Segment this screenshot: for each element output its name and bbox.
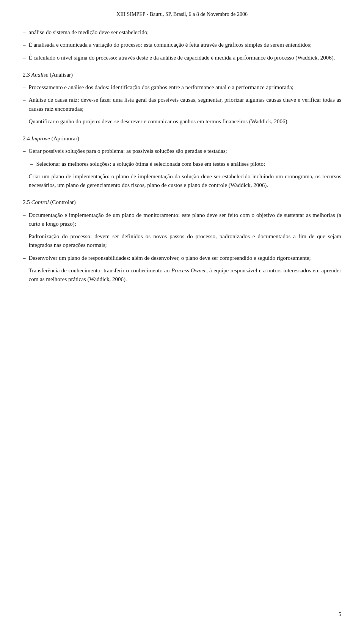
bullet-text: É analisada e comunicada a variação do p…: [29, 41, 342, 49]
section-title-italic: Analise: [31, 72, 49, 78]
bullet-dash: –: [23, 232, 26, 241]
page-number: 5: [339, 611, 341, 618]
list-item: – Selecionar as melhores soluções: a sol…: [23, 160, 341, 168]
bullet-dash: –: [30, 160, 33, 168]
bullet-dash: –: [23, 117, 26, 126]
header-text: XIII SIMPEP - Bauru, SP, Brasil, 6 a 8 d…: [116, 11, 248, 17]
section-2-4-heading: 2.4 Improve (Aprimorar): [23, 134, 341, 143]
section-2-3-heading: 2.3 Analise (Analisar): [23, 71, 341, 79]
list-item: – Documentação e implementação de um pla…: [23, 211, 341, 229]
bullet-dash: –: [23, 211, 26, 220]
list-item: – Desenvolver um plano de responsabilida…: [23, 254, 341, 262]
section-title-italic: Control: [31, 199, 49, 205]
list-item: – análise do sistema de medição deve ser…: [23, 28, 341, 37]
list-item: – É analisada e comunicada a variação do…: [23, 41, 341, 49]
list-item: – Padronização do processo: devem ser de…: [23, 232, 341, 250]
list-item: – Análise de causa raiz: deve-se fazer u…: [23, 96, 341, 113]
bullet-text: Criar um plano de implementação: o plano…: [29, 172, 342, 190]
section-number: 2.4: [23, 135, 30, 141]
page-container: XIII SIMPEP - Bauru, SP, Brasil, 6 a 8 d…: [0, 0, 364, 627]
bullet-text-mixed: Transferência de conhecimento: transferi…: [29, 266, 342, 284]
bullet-dash: –: [23, 28, 26, 37]
bullet-dash: –: [23, 53, 26, 62]
bullet-text: Padronização do processo: devem ser defi…: [29, 232, 342, 250]
section-title-italic: Improve: [31, 135, 50, 141]
section-title-rest: (Analisar): [49, 72, 73, 78]
list-item: – Gerar possíveis soluções para o proble…: [23, 147, 341, 156]
bullet-text: Processamento e análise dos dados: ident…: [29, 83, 342, 92]
bullet-dash: –: [23, 147, 26, 156]
section-number: 2.5: [23, 199, 30, 205]
bullet-dash: –: [23, 83, 26, 92]
bullet-dash: –: [23, 172, 26, 181]
text-before: Transferência de conhecimento: transferi…: [29, 267, 171, 273]
list-item: – É calculado o nível sigma do processo:…: [23, 53, 341, 62]
bullet-text: Quantificar o ganho do projeto: deve-se …: [29, 117, 342, 126]
bullet-dash: –: [23, 254, 26, 262]
bullet-text: É calculado o nível sigma do processo: a…: [29, 53, 342, 62]
page-header: XIII SIMPEP - Bauru, SP, Brasil, 6 a 8 d…: [23, 11, 341, 17]
bullet-dash: –: [23, 96, 26, 104]
section-title-rest: (Controlar): [49, 199, 76, 205]
bullet-text: Desenvolver um plano de responsabilidade…: [29, 254, 342, 262]
bullet-dash: –: [23, 41, 26, 49]
bullet-text: análise do sistema de medição deve ser e…: [29, 28, 342, 37]
list-item: – Quantificar o ganho do projeto: deve-s…: [23, 117, 341, 126]
list-item: – Processamento e análise dos dados: ide…: [23, 83, 341, 92]
text-italic: Process Owner: [171, 267, 206, 273]
bullet-text: Documentação e implementação de um plano…: [29, 211, 342, 229]
section-title-rest: (Aprimorar): [50, 135, 79, 141]
list-item: – Criar um plano de implementação: o pla…: [23, 172, 341, 190]
bullet-text: Gerar possíveis soluções para o problema…: [29, 147, 342, 156]
bullet-text: Selecionar as melhores soluções: a soluç…: [36, 160, 342, 168]
main-content: – análise do sistema de medição deve ser…: [23, 28, 341, 284]
section-number: 2.3: [23, 72, 30, 78]
bullet-dash: –: [23, 266, 26, 275]
section-2-5-heading: 2.5 Control (Controlar): [23, 198, 341, 207]
list-item: – Transferência de conhecimento: transfe…: [23, 266, 341, 284]
bullet-text: Análise de causa raiz: deve-se fazer uma…: [29, 96, 342, 113]
